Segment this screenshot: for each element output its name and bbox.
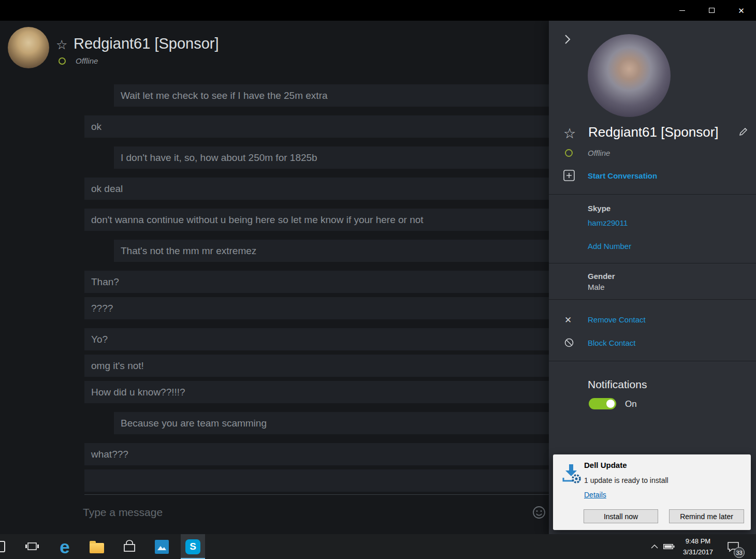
- folder-icon: [90, 543, 104, 553]
- minimize-icon: [679, 10, 685, 11]
- toggle-knob: [606, 400, 615, 408]
- message-row: Yo?: [84, 328, 549, 350]
- profile-avatar: [588, 34, 671, 117]
- message-row: [84, 469, 549, 492]
- shopping-bag-icon: [123, 539, 136, 554]
- contact-avatar[interactable]: [8, 27, 49, 68]
- message-text: ok deal: [91, 183, 123, 195]
- pencil-icon: [738, 126, 749, 137]
- store-button[interactable]: [118, 534, 141, 559]
- block-contact-link[interactable]: Block Contact: [588, 339, 636, 347]
- message-row: don't wanna continue without u being her…: [84, 209, 549, 231]
- details-link[interactable]: Details: [584, 491, 606, 499]
- start-conversation-label: Start Conversation: [588, 171, 657, 180]
- photos-icon: [155, 540, 169, 554]
- message-text: ok: [91, 121, 101, 133]
- notification-message: 1 update is ready to install: [584, 476, 668, 484]
- message-text: That's not the mm mr extremez: [121, 245, 256, 257]
- emoji-button[interactable]: [532, 506, 546, 519]
- message-row: ok: [84, 115, 549, 138]
- taskbar-clock[interactable]: 9:48 PM 3/31/2017: [676, 536, 720, 557]
- dell-update-notification: Dell Update 1 update is ready to install…: [553, 454, 751, 530]
- notification-title: Dell Update: [584, 461, 627, 469]
- task-view-icon: [24, 539, 40, 554]
- dell-update-icon: [559, 462, 583, 488]
- add-conversation-icon: [563, 170, 575, 181]
- show-hidden-icons-button[interactable]: [647, 534, 662, 559]
- maximize-icon: [709, 8, 715, 13]
- gender-value: Male: [588, 283, 605, 291]
- divider: [549, 361, 756, 361]
- chevron-right-icon: [564, 34, 571, 45]
- edge-icon: e: [60, 538, 69, 556]
- close-icon: ✕: [738, 7, 745, 14]
- chevron-up-icon: [651, 545, 658, 549]
- add-number-link[interactable]: Add Number: [588, 242, 631, 251]
- message-text: Than?: [91, 276, 119, 288]
- maximize-button[interactable]: [697, 0, 726, 21]
- message-row: Wait let me check to see if I have the 2…: [114, 84, 549, 107]
- divider: [549, 299, 756, 300]
- message-text: what???: [91, 449, 128, 460]
- divider: [549, 194, 756, 195]
- message-row: ok deal: [84, 178, 549, 200]
- notifications-heading: Notifications: [588, 378, 647, 391]
- remove-contact-link[interactable]: Remove Contact: [588, 315, 646, 324]
- gender-label: Gender: [588, 272, 615, 281]
- skype-window: ✕ ☆ Redgiant61 [Sponsor] Offline Wait le…: [0, 0, 756, 559]
- notifications-toggle[interactable]: [589, 398, 616, 409]
- message-text: ????: [91, 303, 113, 314]
- file-explorer-button[interactable]: [85, 534, 108, 559]
- task-view-button[interactable]: [21, 534, 43, 559]
- skype-id-link[interactable]: hamz29011: [588, 218, 628, 227]
- message-text: Yo?: [91, 334, 108, 345]
- chat-panel: ☆ Redgiant61 [Sponsor] Offline Wait let …: [0, 21, 549, 534]
- remind-me-later-button[interactable]: Remind me later: [669, 509, 744, 523]
- message-row: omg it's not!: [84, 355, 549, 377]
- presence-icon: [565, 149, 573, 157]
- remove-contact-icon: ✕: [564, 315, 572, 326]
- message-row: How did u know??!!!?: [84, 381, 549, 403]
- message-row: what???: [84, 443, 549, 465]
- collapse-panel-button[interactable]: [564, 34, 577, 47]
- favorite-star-icon[interactable]: ☆: [56, 37, 67, 52]
- block-contact-icon: [564, 338, 574, 349]
- message-row: Than?: [84, 271, 549, 293]
- presence-icon: [59, 57, 66, 65]
- clock-time: 9:48 PM: [676, 536, 720, 547]
- profile-name: Redgiant61 [Sponsor]: [588, 124, 719, 140]
- chat-title: Redgiant61 [Sponsor]: [74, 35, 219, 52]
- favorite-star-icon[interactable]: ☆: [563, 125, 576, 142]
- start-conversation-button[interactable]: Start Conversation: [563, 170, 657, 181]
- message-row: I don't have it, so, how about 250m for …: [114, 146, 549, 169]
- title-bar: ✕: [0, 0, 756, 21]
- input-divider: [84, 494, 549, 495]
- minimize-button[interactable]: [667, 0, 697, 21]
- skype-section-label: Skype: [588, 204, 610, 213]
- divider: [549, 263, 756, 263]
- message-list: Wait let me check to see if I have the 2…: [0, 84, 549, 492]
- edit-name-button[interactable]: [738, 126, 749, 137]
- taskbar-partial-icon[interactable]: [0, 541, 5, 552]
- smiley-icon: [532, 506, 546, 519]
- message-row: Because you are team scamming: [114, 412, 549, 434]
- message-text: Wait let me check to see if I have the 2…: [121, 90, 328, 101]
- notification-count-badge: 33: [734, 547, 745, 558]
- message-row: ????: [84, 297, 549, 319]
- message-text: Because you are team scamming: [121, 418, 267, 429]
- presence-label: Offline: [76, 56, 98, 65]
- notifications-state-label: On: [625, 399, 637, 409]
- battery-icon: [663, 543, 675, 550]
- clock-date: 3/31/2017: [676, 547, 720, 557]
- window-controls: ✕: [667, 0, 756, 21]
- edge-button[interactable]: e: [53, 534, 76, 559]
- skype-taskbar-button[interactable]: S: [181, 534, 205, 559]
- photos-button[interactable]: [150, 534, 173, 559]
- message-text: I don't have it, so, how about 250m for …: [121, 152, 317, 164]
- close-button[interactable]: ✕: [726, 0, 756, 21]
- install-now-button[interactable]: Install now: [584, 509, 658, 523]
- battery-button[interactable]: [662, 534, 676, 559]
- message-text: don't wanna continue without u being her…: [91, 214, 424, 226]
- skype-icon: S: [185, 539, 200, 554]
- message-input[interactable]: [83, 501, 445, 524]
